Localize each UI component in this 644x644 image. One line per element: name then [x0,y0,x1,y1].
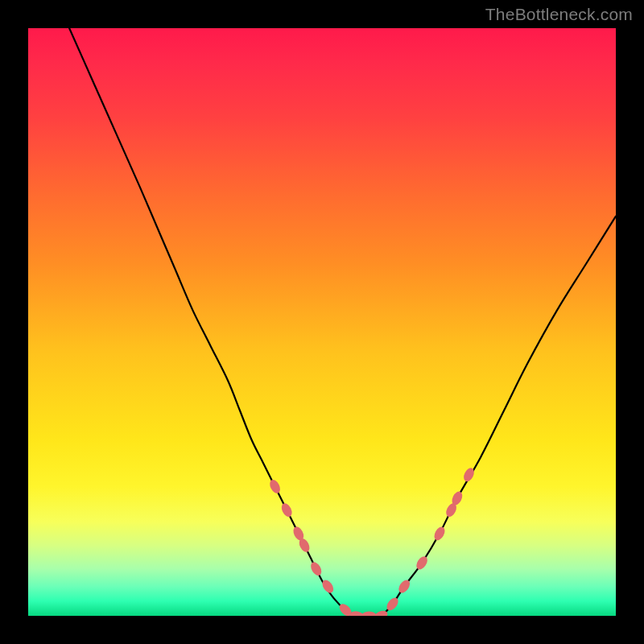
marker-dot [268,478,283,495]
marker-dot [432,525,447,542]
chart-frame: TheBottleneck.com [0,0,644,644]
marker-dot [279,502,294,518]
plot-area [28,28,616,616]
bottleneck-curve [69,28,616,616]
curve-layer [28,28,616,616]
marker-dot [361,612,376,617]
marker-dot [308,560,323,577]
highlighted-points [268,466,477,616]
watermark-text: TheBottleneck.com [485,5,633,24]
marker-dot [415,555,430,572]
